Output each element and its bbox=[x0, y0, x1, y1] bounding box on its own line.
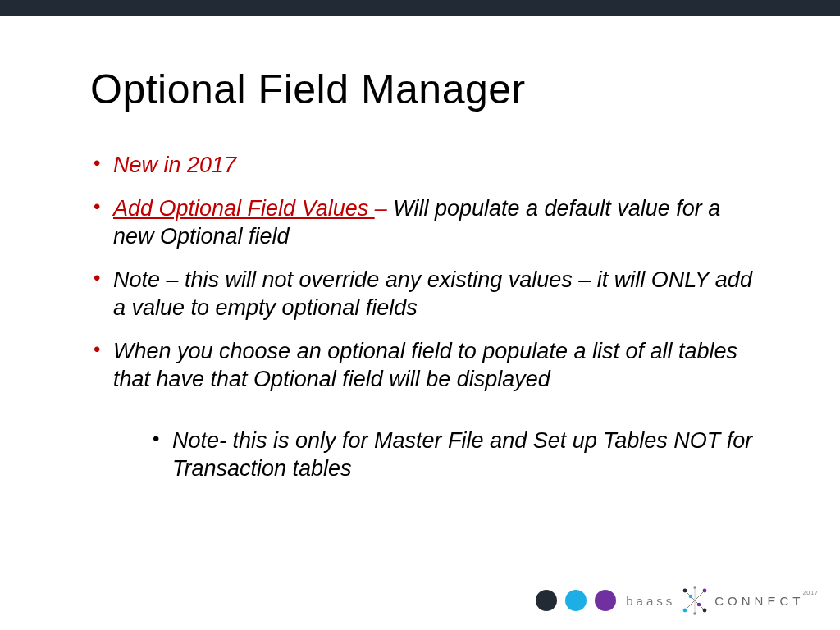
brand: baass CONNECT 2017 bbox=[626, 586, 824, 615]
brand-name-left: baass bbox=[626, 594, 675, 608]
svg-point-9 bbox=[689, 595, 692, 598]
svg-point-5 bbox=[703, 589, 707, 593]
top-bar bbox=[0, 0, 840, 16]
bullet-item: New in 2017 bbox=[90, 151, 758, 180]
sub-bullet-list: Note- this is only for Master File and S… bbox=[149, 427, 758, 483]
brand-name-right: CONNECT bbox=[714, 594, 804, 608]
bullet-list: New in 2017 Add Optional Field Values – … bbox=[90, 151, 758, 483]
dot-icon bbox=[595, 590, 616, 611]
sub-bullet-text: Note- this is only for Master File and S… bbox=[172, 428, 752, 482]
footer: baass CONNECT 2017 bbox=[536, 586, 824, 615]
bullet-text-red: New in 2017 bbox=[113, 153, 236, 177]
bullet-dash: – bbox=[375, 196, 387, 221]
slide-title: Optional Field Manager bbox=[90, 66, 758, 113]
dot-icon bbox=[536, 590, 557, 611]
sub-bullet-item: Note- this is only for Master File and S… bbox=[149, 427, 758, 483]
footer-dots bbox=[536, 590, 616, 611]
bullet-item: When you choose an optional field to pop… bbox=[90, 337, 758, 483]
logo-x-icon bbox=[680, 586, 710, 615]
bullet-item: Note – this will not override any existi… bbox=[90, 266, 758, 322]
dot-icon bbox=[565, 590, 587, 611]
svg-point-8 bbox=[693, 612, 696, 615]
bullet-text: Note – this will not override any existi… bbox=[113, 267, 752, 321]
svg-point-6 bbox=[683, 609, 687, 613]
bullet-link-text: Add Optional Field Values bbox=[113, 196, 375, 221]
slide-body: Optional Field Manager New in 2017 Add O… bbox=[0, 16, 840, 630]
svg-point-3 bbox=[683, 589, 687, 593]
svg-point-10 bbox=[697, 603, 701, 606]
svg-point-7 bbox=[693, 586, 696, 589]
bullet-item: Add Optional Field Values – Will populat… bbox=[90, 194, 758, 251]
svg-point-4 bbox=[703, 609, 707, 613]
bullet-text: When you choose an optional field to pop… bbox=[113, 339, 737, 392]
brand-year: 2017 bbox=[802, 590, 819, 596]
